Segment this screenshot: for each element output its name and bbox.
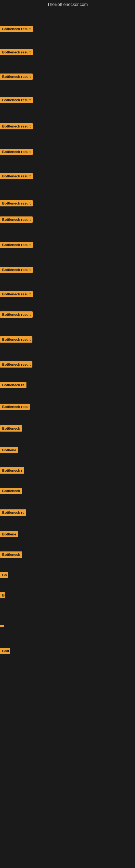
bottleneck-badge-2: Bottleneck result xyxy=(0,49,33,55)
bottleneck-item-25: Bo xyxy=(0,572,8,579)
bottleneck-badge-24: Bottleneck xyxy=(0,552,22,558)
bottleneck-item-9: Bottleneck result xyxy=(0,216,33,224)
bottleneck-badge-21: Bottleneck xyxy=(0,488,22,494)
bottleneck-item-10: Bottleneck result xyxy=(0,242,33,249)
bottleneck-badge-1: Bottleneck result xyxy=(0,26,33,32)
bottleneck-item-24: Bottleneck xyxy=(0,552,22,559)
bottleneck-item-20: Bottleneck r xyxy=(0,467,24,475)
bottleneck-badge-7: Bottleneck result xyxy=(0,173,33,179)
bottleneck-item-21: Bottleneck xyxy=(0,488,22,495)
bottleneck-item-5: Bottleneck result xyxy=(0,123,33,130)
bottleneck-badge-8: Bottleneck result xyxy=(0,200,33,207)
bottleneck-badge-12: Bottleneck result xyxy=(0,291,33,297)
bottleneck-item-19: Bottlene xyxy=(0,447,18,454)
bottleneck-badge-18: Bottleneck xyxy=(0,425,22,432)
bottleneck-badge-6: Bottleneck result xyxy=(0,149,33,155)
bottleneck-item-22: Bottleneck re xyxy=(0,509,26,517)
bottleneck-badge-16: Bottleneck re xyxy=(0,382,27,388)
bottleneck-badge-28: Bott xyxy=(0,648,10,654)
bottleneck-badge-26: B xyxy=(0,592,5,598)
bottleneck-badge-9: Bottleneck result xyxy=(0,216,33,223)
bottleneck-badge-25: Bo xyxy=(0,572,8,578)
bottleneck-badge-15: Bottleneck result xyxy=(0,361,32,368)
bottleneck-badge-3: Bottleneck result xyxy=(0,73,33,80)
bottleneck-item-13: Bottleneck result xyxy=(0,311,33,319)
bottleneck-item-14: Bottleneck result xyxy=(0,336,32,344)
bottleneck-item-3: Bottleneck result xyxy=(0,73,33,81)
bottleneck-item-12: Bottleneck result xyxy=(0,291,33,299)
bottleneck-badge-14: Bottleneck result xyxy=(0,336,32,343)
bottleneck-item-15: Bottleneck result xyxy=(0,361,32,369)
bottleneck-badge-11: Bottleneck result xyxy=(0,267,33,273)
bottleneck-item-23: Bottlene xyxy=(0,531,18,538)
bottleneck-badge-13: Bottleneck result xyxy=(0,311,33,318)
bottleneck-item-26: B xyxy=(0,592,5,599)
bottleneck-item-1: Bottleneck result xyxy=(0,26,33,33)
bottleneck-badge-19: Bottlene xyxy=(0,447,18,453)
bottleneck-item-8: Bottleneck result xyxy=(0,200,33,208)
bottleneck-item-17: Bottleneck resul xyxy=(0,404,30,411)
bottleneck-item-4: Bottleneck result xyxy=(0,97,33,104)
bottleneck-badge-27 xyxy=(0,625,4,627)
bottleneck-item-6: Bottleneck result xyxy=(0,149,33,156)
bottleneck-item-28: Bott xyxy=(0,648,10,655)
bottleneck-item-16: Bottleneck re xyxy=(0,382,27,389)
bottleneck-badge-4: Bottleneck result xyxy=(0,97,33,103)
bottleneck-item-7: Bottleneck result xyxy=(0,173,33,180)
bottleneck-badge-22: Bottleneck re xyxy=(0,509,26,516)
bottleneck-badge-10: Bottleneck result xyxy=(0,242,33,248)
bottleneck-item-18: Bottleneck xyxy=(0,425,22,433)
bottleneck-item-27 xyxy=(0,623,4,628)
bottleneck-badge-5: Bottleneck result xyxy=(0,123,33,129)
bottleneck-badge-17: Bottleneck resul xyxy=(0,404,30,410)
bottleneck-badge-20: Bottleneck r xyxy=(0,467,24,474)
bottleneck-item-11: Bottleneck result xyxy=(0,267,33,274)
bottleneck-item-2: Bottleneck result xyxy=(0,49,33,56)
site-title: TheBottlenecker.com xyxy=(0,0,135,10)
bottleneck-badge-23: Bottlene xyxy=(0,531,18,537)
